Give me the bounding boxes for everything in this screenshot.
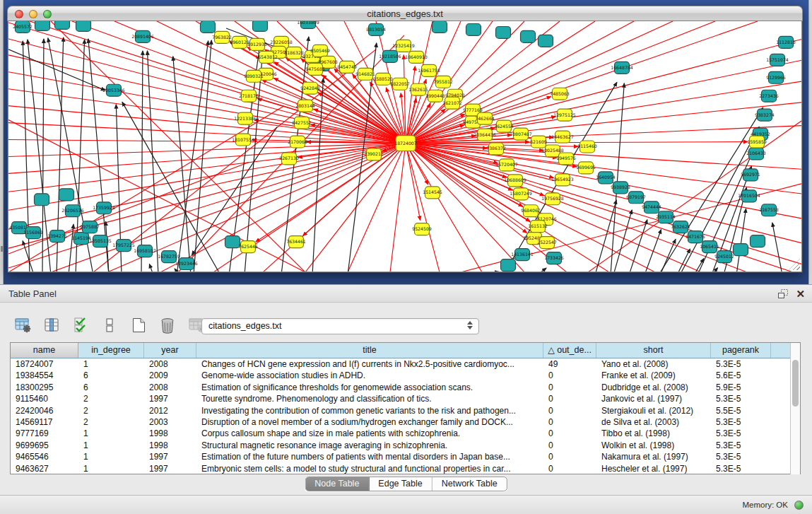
table-cell[interactable]: 5.3E-5 [711,416,771,428]
table-scrollbar[interactable] [790,343,800,474]
table-cell[interactable]: 6 [78,370,144,381]
table-row[interactable]: 911546021997Tourette syndrome. Phenomeno… [11,393,790,404]
table-cell[interactable]: 0 [543,440,596,451]
teal-node[interactable]: 9474444 [642,201,661,214]
table-cell[interactable]: Tibbo et al. (1998) [596,428,711,439]
yellow-node[interactable]: 8960128 [230,36,249,48]
yellow-node[interactable]: 1595859 [747,136,767,148]
table-cell[interactable]: 9115460 [11,393,78,404]
teal-node[interactable] [539,35,553,47]
table-row[interactable]: 2242004622012Investigating the contribut… [11,405,790,416]
teal-node[interactable]: 2106433 [746,148,766,160]
teal-node[interactable]: 17957225 [112,240,135,252]
teal-node[interactable]: 17359924 [93,202,115,214]
table-cell[interactable]: 1997 [144,463,196,474]
yellow-node[interactable]: 7634461 [286,236,306,248]
table-cell[interactable]: 0 [543,416,596,428]
yellow-node[interactable]: 7955812 [433,76,453,88]
table-cell[interactable]: Corpus callosum shape and size in male p… [196,428,543,439]
teal-node[interactable]: 2405572 [13,21,33,33]
float-panel-icon[interactable] [778,289,789,299]
yellow-node[interactable]: 621609 [530,136,547,148]
yellow-node[interactable]: 2803144 [295,100,315,112]
table-cell[interactable]: Dudbridge et al. (2008) [596,382,711,393]
table-cell[interactable]: Stergiakouli et al. (2012) [596,405,711,416]
show-columns-button[interactable] [42,315,61,335]
teal-node[interactable] [501,259,516,271]
table-cell[interactable]: 1997 [144,393,196,404]
table-cell[interactable]: 6 [78,382,144,393]
table-cell[interactable]: 5.3E-5 [711,393,771,404]
yellow-node[interactable]: 9242848 [300,82,320,94]
teal-node[interactable]: 8471676 [686,231,705,243]
yellow-node[interactable]: 9146821 [355,68,375,80]
teal-node[interactable]: 2935114 [656,211,676,223]
column-header-in_degree[interactable]: in_degree [78,343,144,358]
teal-node[interactable]: 14136141 [511,249,534,261]
yellow-node[interactable]: 10688609 [504,175,526,187]
yellow-node[interactable]: 9890321 [244,70,264,82]
table-cell[interactable]: 49 [543,358,596,370]
table-cell[interactable]: 2003 [144,416,196,428]
table-cell[interactable]: de Silva et al. (2003) [596,416,711,428]
yellow-node[interactable]: 2170066 [288,136,307,148]
yellow-node[interactable]: 19654923 [551,174,574,186]
table-cell[interactable]: 0 [543,463,596,474]
teal-node[interactable] [496,26,511,38]
table-cell[interactable]: 1 [78,440,144,451]
table-row[interactable]: 1872400712008Changes of HCN gene express… [11,358,790,370]
right-splitter[interactable] [808,0,812,284]
teal-node[interactable]: 17016504 [738,190,760,202]
table-row[interactable]: 946554611997Estimation of the future num… [11,451,790,462]
table-cell[interactable]: 5.3E-5 [711,358,771,370]
yellow-node[interactable]: 9475685 [305,63,325,75]
teal-node[interactable]: 16648784 [611,62,633,74]
table-cell[interactable]: 1 [78,358,144,370]
table-cell[interactable]: Franke et al. (2009) [596,370,711,381]
table-cell[interactable]: 0 [543,393,596,404]
table-cell[interactable]: 9699695 [11,440,78,451]
teal-node[interactable]: 6879197 [626,192,646,204]
yellow-node[interactable]: 1615132 [528,221,548,233]
yellow-node[interactable]: 12325419 [392,40,415,52]
row-height-button[interactable] [100,315,119,335]
tab-node-table[interactable]: Node Table [305,477,369,491]
table-cell[interactable]: Yano et al. (2008) [596,358,711,370]
yellow-node[interactable]: 8186328 [284,47,304,59]
table-cell[interactable]: 2009 [144,370,196,381]
teal-node[interactable]: 20891406 [131,30,154,42]
column-header-title[interactable]: title [196,343,543,358]
splitter-collapse-icon[interactable] [1,246,3,252]
table-cell[interactable]: Hescheler et al. (1997) [596,463,711,474]
table-scrollbar-thumb[interactable] [792,360,799,407]
table-cell[interactable]: 0 [543,382,596,393]
table-cell[interactable]: 0 [543,428,596,439]
teal-node[interactable] [751,235,765,247]
table-cell[interactable]: 19384554 [11,370,78,381]
table-cell[interactable]: 1 [78,451,144,462]
yellow-node[interactable]: 7462664 [475,112,495,124]
table-cell[interactable]: 9777169 [11,428,78,439]
table-cell[interactable]: 5.3E-5 [711,451,771,462]
teal-node[interactable]: 7632621 [671,221,690,233]
teal-node[interactable]: 1065411 [700,241,719,253]
table-cell[interactable]: 5.3E-5 [711,440,771,451]
create-column-button[interactable] [129,315,148,335]
table-row[interactable]: 1938455462009Genome-wide association stu… [11,370,790,381]
table-cell[interactable]: 5.9E-5 [711,382,771,393]
teal-node[interactable] [466,23,481,35]
teal-node[interactable]: 9129966 [766,71,786,83]
network-canvas[interactable]: 2405572208914061603380978572298813054192… [8,21,802,272]
yellow-node[interactable]: 2718176 [239,90,259,102]
teal-node[interactable]: 2273436 [759,90,779,102]
teal-node[interactable]: 1733426 [544,252,564,264]
table-cell[interactable]: Disruption of a novel member of a sodium… [196,416,543,428]
yellow-node[interactable]: 3624554 [494,120,514,132]
table-cell[interactable]: 1 [78,463,144,474]
table-cell[interactable]: 5.6E-5 [711,370,771,381]
table-cell[interactable]: 2 [78,393,144,404]
teal-node[interactable]: 16033809 [297,21,319,28]
teal-node[interactable]: 19218506 [379,50,401,62]
teal-node[interactable] [55,21,70,29]
table-cell[interactable]: 2008 [144,358,196,370]
